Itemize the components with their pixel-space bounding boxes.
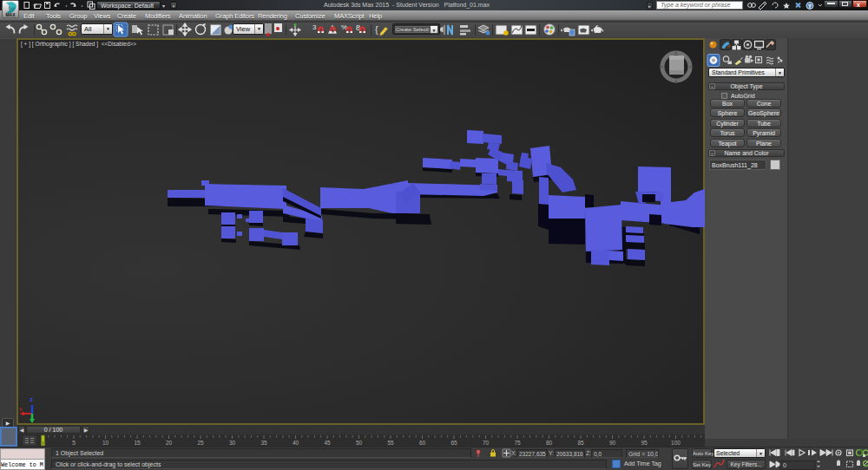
svg-text:75: 75 — [514, 440, 521, 446]
svg-text:60: 60 — [419, 440, 426, 446]
svg-text:40: 40 — [293, 440, 299, 446]
svg-text:5: 5 — [72, 440, 76, 446]
svg-text:{: { — [375, 24, 378, 35]
svg-text:z: z — [30, 395, 33, 403]
svg-text:100: 100 — [671, 440, 681, 446]
svg-text:0: 0 — [783, 462, 786, 468]
svg-text:55: 55 — [387, 440, 394, 446]
svg-text:35: 35 — [260, 440, 267, 446]
svg-text:95: 95 — [641, 440, 648, 446]
svg-text:10: 10 — [102, 440, 109, 446]
svg-text:15: 15 — [134, 440, 141, 446]
svg-text:80: 80 — [546, 440, 553, 446]
svg-text:90: 90 — [609, 440, 616, 446]
svg-text:30: 30 — [229, 440, 236, 446]
svg-text:50: 50 — [356, 440, 363, 446]
svg-text:25: 25 — [197, 440, 204, 446]
svg-text:x: x — [19, 406, 23, 412]
svg-text:65: 65 — [450, 440, 457, 446]
svg-text:3: 3 — [312, 23, 317, 31]
svg-text:45: 45 — [324, 440, 331, 446]
svg-text:85: 85 — [577, 440, 584, 446]
svg-text:70: 70 — [483, 440, 490, 446]
svg-text:20: 20 — [166, 440, 173, 446]
